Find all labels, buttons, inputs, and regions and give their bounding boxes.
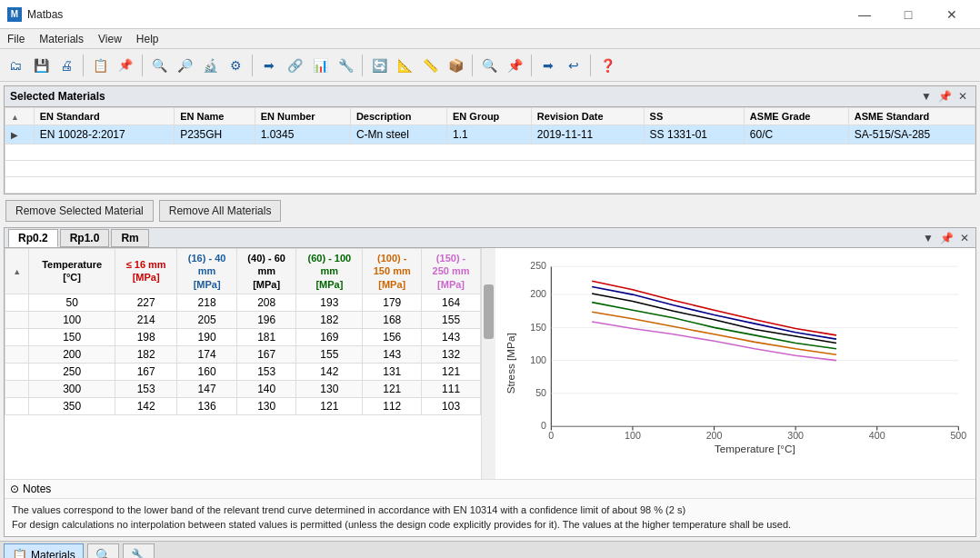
toolbar-pin2[interactable]: 📌: [503, 54, 526, 77]
y-tick-50: 50: [535, 387, 546, 398]
col-en-standard[interactable]: EN Standard: [34, 108, 175, 125]
toolbar-package[interactable]: 📦: [444, 54, 467, 77]
title-bar: M Matbas — □ ✕: [0, 0, 980, 29]
cell-description: C-Mn steel: [350, 125, 446, 144]
cell-c2: 160: [177, 363, 237, 380]
col-asme-grade[interactable]: ASME Grade: [744, 108, 848, 125]
panel-close-button[interactable]: ✕: [955, 89, 970, 104]
toolbar-back[interactable]: ↩: [562, 54, 585, 77]
toolbar-sep-5: [472, 55, 473, 76]
th-sort: ▲: [5, 249, 29, 294]
toolbar-go[interactable]: ➡: [536, 54, 560, 77]
notes-section: ⊙ Notes The values correspond to the low…: [5, 479, 975, 536]
cell-c3: 140: [236, 380, 296, 397]
toolbar-search2[interactable]: 🔎: [173, 54, 196, 77]
toolbar-zoom[interactable]: 🔍: [477, 54, 501, 77]
toolbar-search1[interactable]: 🔍: [147, 54, 171, 77]
menu-bar: File Materials View Help: [0, 29, 980, 49]
tab-rp02[interactable]: Rp0.2: [8, 229, 58, 247]
th-c5[interactable]: (100) -150 mm[MPa]: [363, 249, 422, 294]
scrollbar-thumb[interactable]: [484, 284, 494, 339]
cell-revision-date: 2019-11-11: [531, 125, 644, 144]
y-tick-150: 150: [530, 322, 546, 333]
data-table-row[interactable]: 200 182 174 167 155 143 132: [5, 345, 481, 363]
th-c1[interactable]: ≤ 16 mm[MPa]: [115, 249, 176, 294]
status-btn3[interactable]: 🔧: [123, 543, 155, 558]
col-en-name[interactable]: EN Name: [175, 108, 255, 125]
th-c2[interactable]: (16) - 40mm[MPa]: [177, 249, 237, 294]
cell-asme-standard: SA-515/SA-285: [848, 125, 975, 144]
toolbar-settings[interactable]: ⚙: [224, 54, 247, 77]
toolbar-sep-1: [83, 55, 84, 76]
cell-c5: 168: [363, 311, 422, 328]
col-revision-date[interactable]: Revision Date: [531, 108, 644, 125]
data-table-row[interactable]: 150 198 190 181 169 156 143: [5, 328, 481, 345]
th-temperature[interactable]: Temperature[°C]: [29, 249, 115, 294]
minimize-button[interactable]: —: [844, 4, 885, 25]
cell-temp: 100: [29, 311, 115, 328]
cell-c3: 153: [236, 363, 296, 380]
notes-header[interactable]: ⊙ Notes: [5, 480, 975, 499]
tab-rp10[interactable]: Rp1.0: [60, 229, 110, 247]
col-en-number[interactable]: EN Number: [255, 108, 350, 125]
toolbar-copy[interactable]: 📋: [88, 54, 112, 77]
cell-c4: 130: [296, 380, 363, 397]
toolbar-save[interactable]: 💾: [29, 54, 53, 77]
cell-c3: 130: [236, 397, 296, 414]
toolbar-arrow[interactable]: ➡: [257, 54, 281, 77]
toolbar-help[interactable]: ❓: [595, 54, 619, 77]
remove-all-materials-button[interactable]: Remove All Materials: [159, 200, 282, 222]
x-tick-100: 100: [625, 430, 641, 441]
maximize-button[interactable]: □: [887, 4, 929, 25]
toolbar-print[interactable]: 🖨: [55, 54, 78, 77]
status-materials-button[interactable]: 📋 Materials: [4, 543, 84, 558]
toolbar-measure1[interactable]: 📐: [393, 54, 416, 77]
toolbar-search3[interactable]: 🔬: [198, 54, 222, 77]
menu-materials[interactable]: Materials: [32, 31, 91, 47]
row-indicator: [5, 345, 29, 363]
toolbar-pin[interactable]: 📌: [114, 54, 137, 77]
y-tick-100: 100: [530, 354, 546, 365]
th-c3[interactable]: (40) - 60mm[MPa]: [236, 249, 296, 294]
lower-close-button[interactable]: ✕: [957, 231, 972, 245]
close-button[interactable]: ✕: [931, 4, 973, 25]
menu-help[interactable]: Help: [129, 31, 166, 47]
lower-unpin-button[interactable]: 📌: [939, 231, 954, 245]
tab-rm[interactable]: Rm: [111, 229, 148, 247]
cell-c5: 131: [363, 363, 422, 380]
data-table-row[interactable]: 300 153 147 140 130 121 111: [5, 380, 481, 397]
remove-selected-material-button[interactable]: Remove Selected Material: [5, 200, 154, 222]
material-row[interactable]: ▶ EN 10028-2:2017 P235GH 1.0345 C-Mn ste…: [5, 125, 975, 144]
cell-c1: 153: [115, 380, 176, 397]
menu-file[interactable]: File: [0, 31, 32, 47]
scrollbar[interactable]: [481, 248, 495, 479]
toolbar-refresh[interactable]: 🔄: [367, 54, 391, 77]
data-table-row[interactable]: 100 214 205 196 182 168 155: [5, 311, 481, 328]
data-table-row[interactable]: 250 167 160 153 142 131 121: [5, 363, 481, 380]
material-row-empty-3: [5, 177, 975, 194]
selected-materials-panel: Selected Materials ▼ 📌 ✕ ▲ EN Standard E…: [4, 85, 976, 194]
toolbar-tool[interactable]: 🔧: [334, 54, 357, 77]
toolbar-open[interactable]: 🗂: [4, 54, 27, 77]
col-asme-standard[interactable]: ASME Standard: [848, 108, 975, 125]
panel-pin-button[interactable]: ▼: [919, 89, 934, 104]
cell-c4: 193: [296, 294, 363, 311]
status-btn2[interactable]: 🔍: [87, 543, 119, 558]
col-description[interactable]: Description: [350, 108, 446, 125]
toolbar-link[interactable]: 🔗: [283, 54, 306, 77]
menu-view[interactable]: View: [91, 31, 129, 47]
x-tick-0: 0: [548, 430, 554, 441]
cell-c6: 155: [422, 311, 481, 328]
cell-c5: 156: [363, 328, 422, 345]
th-c6[interactable]: (150) -250 mm[MPa]: [422, 249, 481, 294]
panel-unpin-button[interactable]: 📌: [937, 89, 952, 104]
col-en-group[interactable]: EN Group: [446, 108, 531, 125]
lower-pin-button[interactable]: ▼: [921, 231, 935, 245]
data-table-row[interactable]: 50 227 218 208 193 179 164: [5, 294, 481, 311]
th-c4[interactable]: (60) - 100mm[MPa]: [296, 249, 363, 294]
data-table-row[interactable]: 350 142 136 130 121 112 103: [5, 397, 481, 414]
toolbar-chart[interactable]: 📊: [308, 54, 332, 77]
materials-status-label: Materials: [31, 549, 75, 558]
col-ss[interactable]: SS: [644, 108, 744, 125]
toolbar-measure2[interactable]: 📏: [418, 54, 442, 77]
